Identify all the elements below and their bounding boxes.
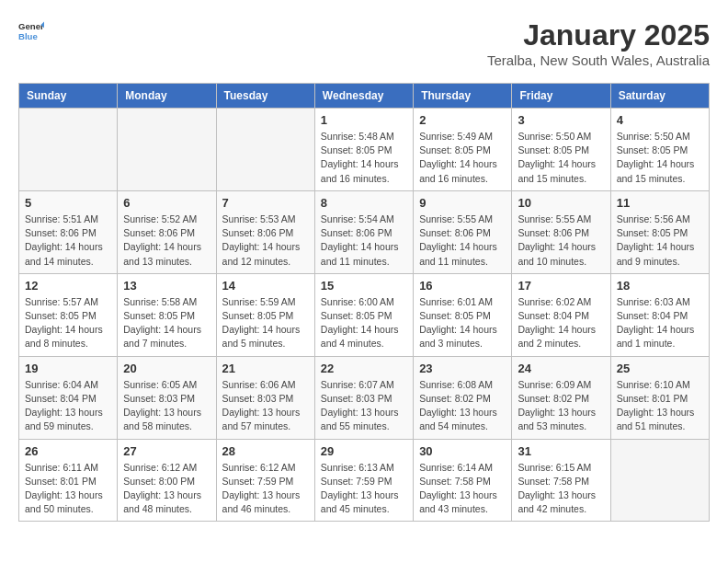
- day-number: 3: [518, 113, 604, 127]
- page-header: General Blue January 2025 Teralba, New S…: [18, 18, 710, 68]
- day-info: Sunrise: 5:57 AMSunset: 8:05 PMDaylight:…: [25, 295, 111, 351]
- day-info: Sunrise: 5:50 AMSunset: 8:05 PMDaylight:…: [518, 130, 604, 186]
- calendar-cell: 29Sunrise: 6:13 AMSunset: 7:59 PMDayligh…: [314, 439, 413, 522]
- calendar-cell: 25Sunrise: 6:10 AMSunset: 8:01 PMDayligh…: [610, 356, 709, 439]
- calendar-cell: 11Sunrise: 5:56 AMSunset: 8:05 PMDayligh…: [610, 190, 709, 273]
- calendar-cell: [610, 439, 709, 522]
- day-number: 21: [222, 362, 309, 375]
- day-number: 31: [518, 444, 604, 458]
- svg-text:General: General: [18, 21, 44, 31]
- weekday-header-thursday: Thursday: [414, 84, 512, 109]
- calendar-cell: 27Sunrise: 6:12 AMSunset: 8:00 PMDayligh…: [118, 439, 216, 522]
- day-info: Sunrise: 6:03 AMSunset: 8:04 PMDaylight:…: [617, 295, 703, 351]
- day-number: 23: [419, 362, 506, 375]
- day-number: 29: [321, 444, 407, 458]
- day-info: Sunrise: 6:05 AMSunset: 8:03 PMDaylight:…: [123, 378, 210, 434]
- calendar-cell: 2Sunrise: 5:49 AMSunset: 8:05 PMDaylight…: [414, 109, 512, 191]
- calendar-table: SundayMondayTuesdayWednesdayThursdayFrid…: [18, 83, 710, 522]
- weekday-header-friday: Friday: [512, 84, 610, 109]
- day-number: 9: [419, 196, 506, 210]
- calendar-cell: 5Sunrise: 5:51 AMSunset: 8:06 PMDaylight…: [19, 190, 118, 273]
- calendar-cell: 23Sunrise: 6:08 AMSunset: 8:02 PMDayligh…: [414, 356, 512, 439]
- day-number: 25: [617, 362, 703, 375]
- day-info: Sunrise: 6:11 AMSunset: 8:01 PMDaylight:…: [25, 461, 111, 517]
- calendar-cell: 12Sunrise: 5:57 AMSunset: 8:05 PMDayligh…: [19, 273, 118, 356]
- day-info: Sunrise: 5:51 AMSunset: 8:06 PMDaylight:…: [25, 213, 111, 269]
- month-title: January 2025: [487, 18, 710, 52]
- day-number: 5: [25, 196, 111, 210]
- day-number: 24: [518, 362, 604, 375]
- calendar-cell: 7Sunrise: 5:53 AMSunset: 8:06 PMDaylight…: [216, 190, 314, 273]
- location-subtitle: Teralba, New South Wales, Australia: [487, 52, 710, 68]
- calendar-cell: 24Sunrise: 6:09 AMSunset: 8:02 PMDayligh…: [512, 356, 610, 439]
- day-info: Sunrise: 6:07 AMSunset: 8:03 PMDaylight:…: [321, 378, 407, 434]
- calendar-cell: 13Sunrise: 5:58 AMSunset: 8:05 PMDayligh…: [118, 273, 216, 356]
- calendar-week-4: 19Sunrise: 6:04 AMSunset: 8:04 PMDayligh…: [19, 356, 710, 439]
- calendar-cell: 16Sunrise: 6:01 AMSunset: 8:05 PMDayligh…: [414, 273, 512, 356]
- day-number: 18: [617, 279, 703, 293]
- calendar-cell: 9Sunrise: 5:55 AMSunset: 8:06 PMDaylight…: [414, 190, 512, 273]
- day-info: Sunrise: 6:09 AMSunset: 8:02 PMDaylight:…: [518, 378, 604, 434]
- day-info: Sunrise: 5:53 AMSunset: 8:06 PMDaylight:…: [222, 213, 309, 269]
- day-number: 19: [25, 362, 111, 375]
- calendar-cell: 1Sunrise: 5:48 AMSunset: 8:05 PMDaylight…: [314, 109, 413, 191]
- day-number: 13: [123, 279, 210, 293]
- day-info: Sunrise: 6:01 AMSunset: 8:05 PMDaylight:…: [419, 295, 506, 351]
- calendar-cell: 8Sunrise: 5:54 AMSunset: 8:06 PMDaylight…: [314, 190, 413, 273]
- day-info: Sunrise: 5:52 AMSunset: 8:06 PMDaylight:…: [123, 213, 210, 269]
- day-number: 4: [617, 113, 703, 127]
- day-number: 28: [222, 444, 309, 458]
- calendar-cell: 10Sunrise: 5:55 AMSunset: 8:06 PMDayligh…: [512, 190, 610, 273]
- title-block: January 2025 Teralba, New South Wales, A…: [487, 18, 710, 68]
- day-info: Sunrise: 6:08 AMSunset: 8:02 PMDaylight:…: [419, 378, 506, 434]
- calendar-week-1: 1Sunrise: 5:48 AMSunset: 8:05 PMDaylight…: [19, 109, 710, 191]
- day-number: 1: [321, 113, 407, 127]
- day-info: Sunrise: 6:14 AMSunset: 7:58 PMDaylight:…: [419, 461, 506, 517]
- day-info: Sunrise: 5:58 AMSunset: 8:05 PMDaylight:…: [123, 295, 210, 351]
- day-info: Sunrise: 6:10 AMSunset: 8:01 PMDaylight:…: [617, 378, 703, 434]
- day-number: 22: [321, 362, 407, 375]
- calendar-cell: 6Sunrise: 5:52 AMSunset: 8:06 PMDaylight…: [118, 190, 216, 273]
- day-info: Sunrise: 6:02 AMSunset: 8:04 PMDaylight:…: [518, 295, 604, 351]
- day-info: Sunrise: 5:55 AMSunset: 8:06 PMDaylight:…: [419, 213, 506, 269]
- calendar-cell: [118, 109, 216, 191]
- day-number: 8: [321, 196, 407, 210]
- calendar-cell: 20Sunrise: 6:05 AMSunset: 8:03 PMDayligh…: [118, 356, 216, 439]
- day-number: 11: [617, 196, 703, 210]
- day-number: 20: [123, 362, 210, 375]
- calendar-cell: 31Sunrise: 6:15 AMSunset: 7:58 PMDayligh…: [512, 439, 610, 522]
- day-info: Sunrise: 5:49 AMSunset: 8:05 PMDaylight:…: [419, 130, 506, 186]
- calendar-week-3: 12Sunrise: 5:57 AMSunset: 8:05 PMDayligh…: [19, 273, 710, 356]
- day-info: Sunrise: 5:55 AMSunset: 8:06 PMDaylight:…: [518, 213, 604, 269]
- weekday-header-sunday: Sunday: [19, 84, 118, 109]
- svg-text:Blue: Blue: [18, 31, 38, 41]
- day-info: Sunrise: 6:04 AMSunset: 8:04 PMDaylight:…: [25, 378, 111, 434]
- calendar-cell: 30Sunrise: 6:14 AMSunset: 7:58 PMDayligh…: [414, 439, 512, 522]
- day-info: Sunrise: 6:15 AMSunset: 7:58 PMDaylight:…: [518, 461, 604, 517]
- day-info: Sunrise: 5:56 AMSunset: 8:05 PMDaylight:…: [617, 213, 703, 269]
- day-number: 2: [419, 113, 506, 127]
- calendar-cell: 28Sunrise: 6:12 AMSunset: 7:59 PMDayligh…: [216, 439, 314, 522]
- day-info: Sunrise: 5:50 AMSunset: 8:05 PMDaylight:…: [617, 130, 703, 186]
- calendar-cell: 21Sunrise: 6:06 AMSunset: 8:03 PMDayligh…: [216, 356, 314, 439]
- calendar-cell: 18Sunrise: 6:03 AMSunset: 8:04 PMDayligh…: [610, 273, 709, 356]
- calendar-cell: 26Sunrise: 6:11 AMSunset: 8:01 PMDayligh…: [19, 439, 118, 522]
- day-info: Sunrise: 6:12 AMSunset: 7:59 PMDaylight:…: [222, 461, 309, 517]
- calendar-cell: 19Sunrise: 6:04 AMSunset: 8:04 PMDayligh…: [19, 356, 118, 439]
- weekday-header-row: SundayMondayTuesdayWednesdayThursdayFrid…: [19, 84, 710, 109]
- logo: General Blue: [18, 18, 44, 44]
- calendar-cell: 15Sunrise: 6:00 AMSunset: 8:05 PMDayligh…: [314, 273, 413, 356]
- weekday-header-wednesday: Wednesday: [314, 84, 413, 109]
- weekday-header-saturday: Saturday: [610, 84, 709, 109]
- day-number: 16: [419, 279, 506, 293]
- day-info: Sunrise: 6:12 AMSunset: 8:00 PMDaylight:…: [123, 461, 210, 517]
- day-number: 7: [222, 196, 309, 210]
- calendar-cell: 14Sunrise: 5:59 AMSunset: 8:05 PMDayligh…: [216, 273, 314, 356]
- day-number: 15: [321, 279, 407, 293]
- weekday-header-monday: Monday: [118, 84, 216, 109]
- calendar-cell: [216, 109, 314, 191]
- day-number: 12: [25, 279, 111, 293]
- day-info: Sunrise: 5:59 AMSunset: 8:05 PMDaylight:…: [222, 295, 309, 351]
- day-number: 10: [518, 196, 604, 210]
- day-info: Sunrise: 6:13 AMSunset: 7:59 PMDaylight:…: [321, 461, 407, 517]
